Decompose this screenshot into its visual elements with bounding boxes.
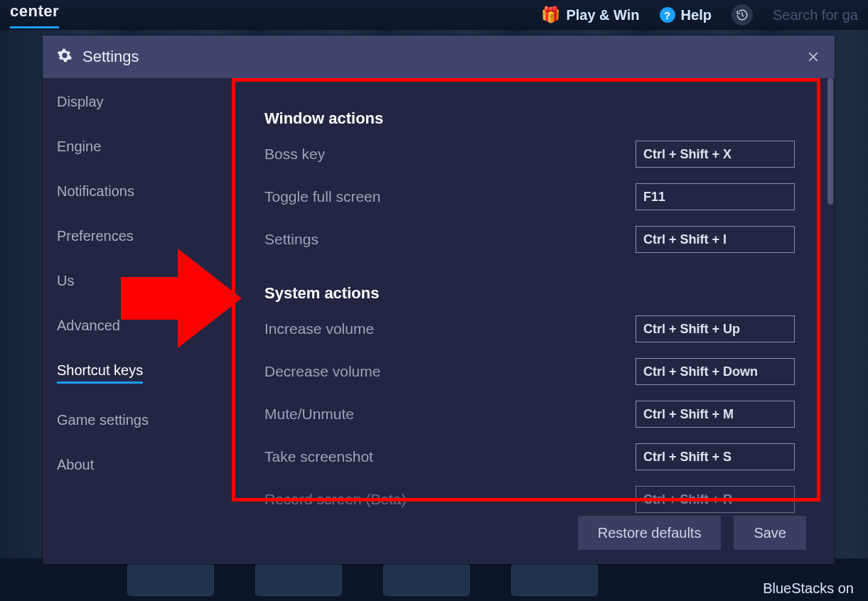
- sidebar-item-user[interactable]: Us: [57, 273, 74, 289]
- help-link[interactable]: ? Help: [660, 7, 712, 23]
- game-card: [384, 564, 469, 595]
- sidebar-item-shortcut-keys[interactable]: Shortcut keys: [57, 362, 143, 384]
- game-card: [128, 564, 213, 595]
- help-label: Help: [681, 7, 712, 23]
- sidebar-item-about[interactable]: About: [57, 457, 94, 473]
- close-icon: [806, 50, 820, 64]
- clock-reverse-icon: [736, 9, 749, 21]
- gift-icon: 🎁: [541, 6, 560, 24]
- annotation-arrow: [121, 249, 242, 348]
- save-button[interactable]: Save: [734, 516, 806, 550]
- app-brand-fragment: center: [10, 2, 59, 28]
- app-top-bar: center 🎁 Play & Win ? Help Search for ga: [0, 0, 868, 30]
- modal-header: Settings: [43, 36, 835, 78]
- sidebar-item-advanced[interactable]: Advanced: [57, 318, 120, 334]
- game-card: [512, 564, 597, 595]
- game-card: [256, 564, 341, 595]
- scrollbar-thumb[interactable]: [827, 78, 833, 205]
- sidebar-item-preferences[interactable]: Preferences: [57, 228, 134, 244]
- sidebar-item-engine[interactable]: Engine: [57, 139, 101, 155]
- sidebar-item-game-settings[interactable]: Game settings: [57, 412, 149, 428]
- play-and-win-label: Play & Win: [566, 7, 639, 23]
- close-button[interactable]: [806, 50, 820, 64]
- settings-main-panel: Window actions Boss key Toggle full scre…: [227, 78, 835, 564]
- restore-defaults-button[interactable]: Restore defaults: [578, 516, 722, 550]
- sidebar-item-display[interactable]: Display: [57, 94, 104, 110]
- help-icon: ?: [660, 7, 675, 23]
- background-bottom-cards: [0, 558, 868, 601]
- search-input-bg[interactable]: Search for ga: [773, 7, 858, 23]
- sidebar-item-notifications[interactable]: Notifications: [57, 183, 134, 200]
- history-button[interactable]: [732, 4, 753, 26]
- gear-icon: [57, 48, 73, 66]
- play-and-win-link[interactable]: 🎁 Play & Win: [541, 6, 639, 24]
- annotation-highlight-box: [232, 78, 820, 502]
- footer-text-fragment: BlueStacks on: [763, 580, 854, 597]
- modal-footer: Restore defaults Save: [578, 516, 806, 550]
- modal-title: Settings: [82, 48, 139, 66]
